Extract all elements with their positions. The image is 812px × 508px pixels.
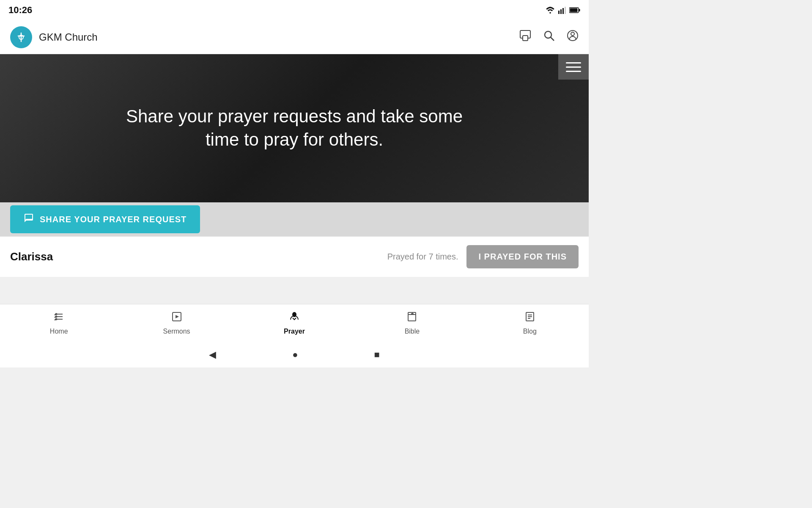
share-prayer-icon (24, 213, 34, 226)
svg-rect-2 (560, 9, 562, 14)
svg-point-0 (549, 12, 551, 14)
app-header: GKM Church (0, 20, 589, 54)
hamburger-line-2 (566, 66, 581, 68)
prayed-count: Prayed for 7 times. (387, 252, 458, 262)
hamburger-menu-button[interactable] (558, 54, 589, 80)
nav-item-blog[interactable]: Blog (471, 311, 589, 335)
bottom-navigation: Home Sermons Prayer (0, 304, 589, 342)
nav-item-sermons[interactable]: Sermons (118, 311, 235, 335)
status-icons (546, 6, 580, 14)
sermons-icon (171, 311, 182, 325)
status-bar: 10:26 (0, 0, 589, 20)
account-icon[interactable] (567, 30, 579, 44)
share-prayer-request-button[interactable]: SHARE YOUR PRAYER REQUEST (10, 205, 200, 233)
svg-line-13 (551, 37, 554, 41)
hamburger-line-3 (566, 71, 581, 72)
svg-rect-6 (579, 9, 580, 11)
share-prayer-label: SHARE YOUR PRAYER REQUEST (40, 215, 187, 224)
svg-point-12 (545, 31, 551, 38)
system-nav-bar: ◀ ● ■ (0, 342, 589, 367)
svg-point-15 (571, 32, 574, 36)
prayer-icon (289, 311, 300, 325)
svg-rect-11 (523, 36, 528, 41)
prayer-card: Clarissa Prayed for 7 times. I PRAYED FO… (0, 236, 589, 277)
svg-point-24 (56, 319, 57, 320)
status-time: 10:26 (8, 5, 32, 16)
i-prayed-for-this-button[interactable]: I PRAYED FOR THIS (466, 245, 579, 268)
hero-text: Share your prayer requests and take some… (104, 105, 485, 151)
app-title: GKM Church (39, 31, 519, 43)
bible-label: Bible (405, 328, 420, 335)
svg-point-22 (56, 314, 57, 315)
bible-icon (406, 311, 417, 325)
svg-point-23 (56, 316, 57, 318)
blog-icon (524, 311, 535, 325)
svg-rect-4 (565, 7, 566, 14)
back-button[interactable]: ◀ (209, 349, 216, 360)
hamburger-line-1 (566, 62, 581, 64)
nav-item-prayer[interactable]: Prayer (236, 311, 353, 335)
church-logo-icon (15, 31, 27, 44)
header-icons (519, 30, 579, 44)
svg-rect-7 (570, 8, 578, 12)
chat-icon[interactable] (519, 30, 531, 44)
svg-rect-1 (558, 11, 560, 14)
home-label: Home (50, 328, 68, 335)
wifi-icon (546, 7, 555, 14)
hero-section: Share your prayer requests and take some… (0, 54, 589, 202)
home-icon (53, 311, 64, 325)
signal-icon (558, 6, 566, 14)
prayer-requester-name: Clarissa (10, 250, 387, 263)
recent-apps-button[interactable]: ■ (374, 349, 380, 360)
home-button[interactable]: ● (292, 349, 298, 360)
search-icon[interactable] (543, 30, 555, 44)
nav-item-bible[interactable]: Bible (353, 311, 471, 335)
nav-item-home[interactable]: Home (0, 311, 118, 335)
prayer-label: Prayer (284, 328, 305, 335)
svg-rect-3 (562, 8, 564, 14)
sermons-label: Sermons (163, 328, 190, 335)
svg-marker-26 (176, 315, 179, 318)
action-bar: SHARE YOUR PRAYER REQUEST (0, 202, 589, 236)
blog-label: Blog (523, 328, 537, 335)
battery-icon (569, 7, 580, 13)
app-logo (10, 26, 32, 48)
